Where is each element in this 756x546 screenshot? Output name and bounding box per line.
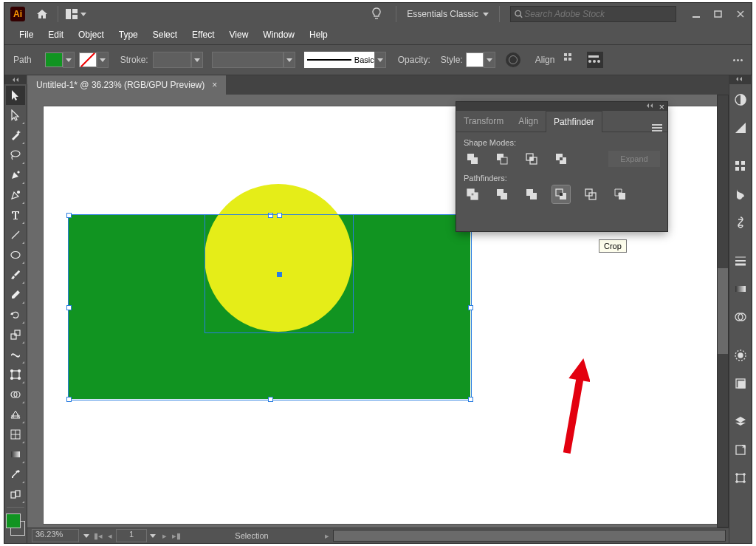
layers-panel-icon[interactable]: [731, 412, 750, 431]
fill-swatch[interactable]: [45, 52, 63, 67]
menu-file[interactable]: File: [12, 27, 41, 43]
asset-export-panel-icon[interactable]: [731, 440, 750, 460]
pencil-tool[interactable]: [6, 285, 25, 304]
stroke-panel-icon[interactable]: [731, 251, 750, 270]
maximize-button[interactable]: [707, 3, 729, 25]
workspace-switcher[interactable]: Essentials Classic: [401, 4, 495, 24]
menu-window[interactable]: Window: [255, 27, 302, 43]
perspective-tool[interactable]: [6, 405, 25, 424]
horizontal-scrollbar[interactable]: [333, 530, 726, 542]
artboards-panel-icon[interactable]: [731, 468, 750, 488]
paintbrush-tool[interactable]: [6, 265, 25, 284]
search-box[interactable]: [510, 6, 676, 22]
merge-button[interactable]: [523, 185, 540, 203]
arrange-documents-button[interactable]: [63, 3, 89, 25]
style-swatch[interactable]: [466, 52, 484, 67]
panel-tab-transform[interactable]: Transform: [456, 111, 511, 132]
gradient-panel-icon[interactable]: [731, 279, 750, 298]
minus-back-button[interactable]: [611, 185, 629, 203]
close-tab-button[interactable]: ×: [212, 80, 217, 90]
outline-button[interactable]: [582, 185, 599, 203]
prev-artboard-button[interactable]: ◂: [104, 530, 116, 542]
discover-icon[interactable]: [369, 7, 384, 21]
blend-tool[interactable]: [6, 485, 25, 504]
menu-help[interactable]: Help: [302, 27, 335, 43]
status-play-button[interactable]: ▸: [321, 530, 333, 542]
menu-select[interactable]: Select: [145, 27, 185, 43]
minus-front-button[interactable]: [493, 150, 511, 168]
expand-tools-button[interactable]: [4, 75, 27, 84]
expand-button[interactable]: Expand: [608, 151, 660, 167]
brushes-panel-icon[interactable]: [731, 185, 750, 204]
pen-tool[interactable]: [6, 165, 25, 185]
stroke-profile-field[interactable]: [212, 52, 284, 68]
eyedropper-tool[interactable]: [6, 465, 25, 484]
ellipse-tool[interactable]: [6, 245, 25, 265]
divide-button[interactable]: [464, 185, 481, 203]
scale-tool[interactable]: [6, 325, 25, 344]
document-tab[interactable]: Untitled-1* @ 36.23% (RGB/GPU Preview) ×: [27, 75, 226, 95]
color-guide-panel-icon[interactable]: [731, 118, 750, 137]
control-more-button[interactable]: [733, 59, 743, 61]
line-tool[interactable]: [6, 225, 25, 245]
stroke-profile-dropdown[interactable]: [284, 52, 295, 68]
artboard-dropdown[interactable]: [147, 530, 159, 542]
unite-button[interactable]: [464, 150, 481, 168]
menu-object[interactable]: Object: [71, 27, 111, 43]
panel-close-button[interactable]: ×: [659, 101, 664, 112]
brush-dropdown[interactable]: [374, 52, 386, 68]
width-tool[interactable]: [6, 345, 25, 364]
selection-tool[interactable]: [6, 86, 25, 105]
minimize-button[interactable]: [685, 3, 707, 25]
panel-menu-button[interactable]: [647, 124, 667, 132]
zoom-dropdown[interactable]: [80, 530, 92, 542]
first-artboard-button[interactable]: ▮◂: [92, 530, 104, 542]
menu-type[interactable]: Type: [111, 27, 145, 43]
close-window-button[interactable]: [729, 3, 752, 25]
stroke-weight-dropdown[interactable]: [191, 52, 203, 68]
menu-effect[interactable]: Effect: [185, 27, 221, 43]
panel-tab-pathfinder[interactable]: Pathfinder: [546, 111, 602, 132]
stroke-weight-field[interactable]: [153, 52, 191, 68]
type-tool[interactable]: [6, 205, 25, 225]
transparency-panel-icon[interactable]: [731, 307, 750, 327]
last-artboard-button[interactable]: ▸▮: [171, 530, 182, 542]
gradient-tool[interactable]: [6, 445, 25, 464]
align-button-1[interactable]: [563, 52, 578, 67]
expand-panels-button[interactable]: [729, 75, 751, 84]
graphic-styles-panel-icon[interactable]: [731, 374, 750, 393]
zoom-field[interactable]: 36.23%: [32, 529, 79, 542]
fill-stroke-indicator[interactable]: [6, 513, 25, 536]
vertical-scrollbar[interactable]: [717, 95, 729, 528]
next-artboard-button[interactable]: ▸: [159, 530, 171, 542]
home-button[interactable]: [31, 3, 53, 25]
trim-button[interactable]: [493, 185, 511, 203]
stroke-swatch-none[interactable]: [79, 52, 97, 67]
swatches-panel-icon[interactable]: [731, 157, 750, 176]
appearance-panel-icon[interactable]: [731, 346, 750, 365]
exclude-button[interactable]: [552, 150, 570, 168]
brush-definition[interactable]: Basic: [304, 52, 374, 68]
curvature-tool[interactable]: [6, 185, 25, 205]
magic-wand-tool[interactable]: [6, 126, 25, 145]
menu-edit[interactable]: Edit: [41, 27, 71, 43]
direct-selection-tool[interactable]: [6, 106, 25, 125]
shape-builder-tool[interactable]: [6, 385, 25, 404]
intersect-button[interactable]: [523, 150, 540, 168]
rotate-tool[interactable]: [6, 305, 25, 324]
symbols-panel-icon[interactable]: [731, 213, 750, 232]
mesh-tool[interactable]: [6, 425, 25, 444]
style-dropdown[interactable]: [484, 52, 495, 68]
color-panel-icon[interactable]: [731, 90, 750, 109]
panel-title-bar[interactable]: ×: [456, 102, 667, 111]
align-button-2[interactable]: [587, 52, 603, 68]
search-input[interactable]: [523, 8, 672, 20]
artboard-number-field[interactable]: 1: [116, 529, 147, 542]
menu-view[interactable]: View: [222, 27, 256, 43]
free-transform-tool[interactable]: [6, 365, 25, 384]
fill-dropdown[interactable]: [63, 52, 75, 68]
collapse-icon[interactable]: [647, 103, 654, 109]
crop-button[interactable]: [552, 185, 570, 203]
recolor-button[interactable]: [506, 52, 520, 67]
lasso-tool[interactable]: [6, 146, 25, 165]
